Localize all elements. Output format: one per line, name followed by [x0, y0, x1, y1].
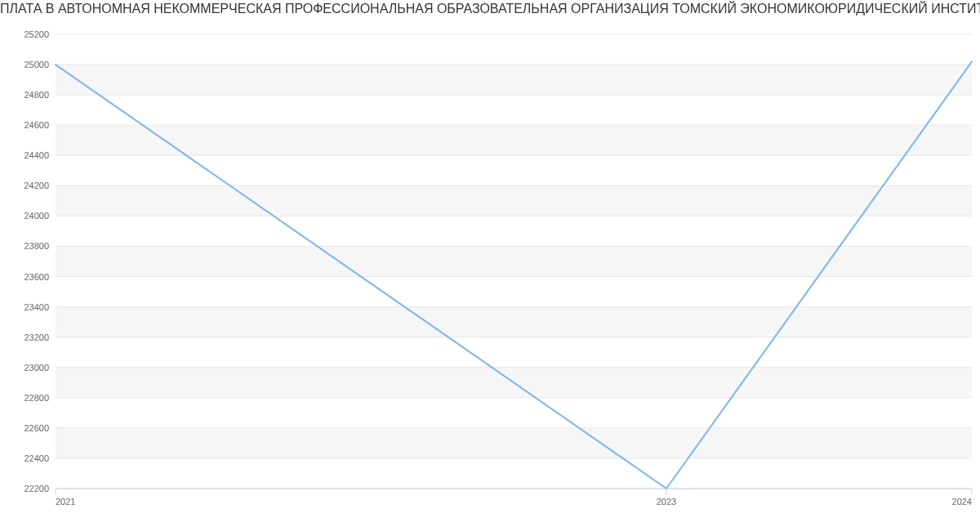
svg-text:22600: 22600 [24, 423, 49, 433]
svg-rect-4 [56, 185, 972, 216]
svg-text:2021: 2021 [56, 497, 75, 506]
svg-text:2024: 2024 [952, 497, 972, 506]
chart-title: ПЛАТА В АВТОНОМНАЯ НЕКОММЕРЧЕСКАЯ ПРОФЕС… [0, 2, 980, 16]
svg-text:23600: 23600 [24, 272, 49, 282]
svg-text:23400: 23400 [24, 302, 49, 312]
svg-rect-0 [56, 428, 972, 458]
svg-text:24600: 24600 [24, 120, 49, 130]
svg-rect-3 [56, 246, 972, 276]
svg-text:24000: 24000 [24, 211, 49, 221]
svg-text:22800: 22800 [24, 393, 49, 403]
svg-text:23200: 23200 [24, 332, 49, 342]
svg-text:2023: 2023 [657, 497, 676, 506]
svg-text:24400: 24400 [24, 150, 49, 160]
svg-rect-6 [56, 65, 972, 95]
svg-text:25200: 25200 [24, 29, 49, 39]
svg-text:23000: 23000 [24, 363, 49, 373]
svg-rect-2 [56, 307, 972, 337]
svg-text:25000: 25000 [24, 60, 49, 69]
svg-text:24800: 24800 [24, 90, 49, 100]
svg-text:24200: 24200 [24, 181, 49, 190]
line-chart: 2220022400226002280023000232002340023600… [0, 18, 980, 531]
svg-text:23800: 23800 [24, 241, 49, 251]
svg-rect-5 [56, 125, 972, 155]
svg-text:22400: 22400 [24, 453, 49, 463]
svg-text:22200: 22200 [24, 484, 49, 493]
